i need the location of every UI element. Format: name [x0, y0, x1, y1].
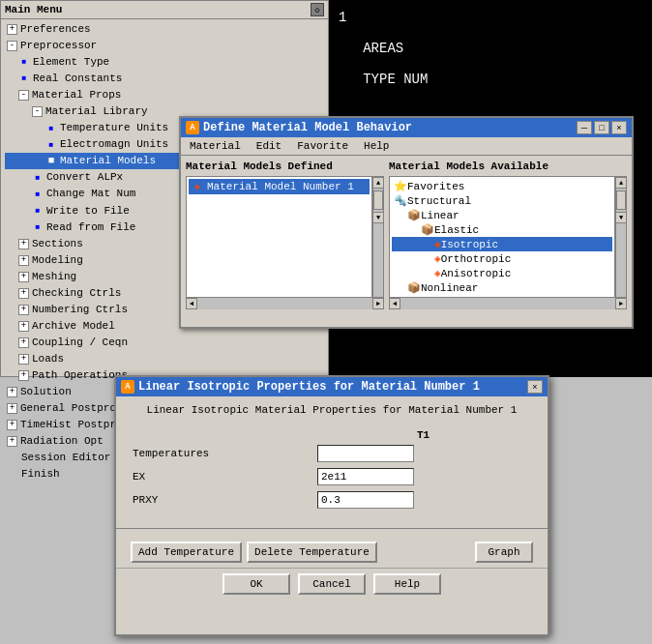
defined-scroll-thumb[interactable] — [373, 190, 383, 210]
model-item-1-icon: ◈ — [191, 180, 204, 193]
sidebar-item-material-props[interactable]: - Material Props — [5, 87, 324, 103]
ex-input[interactable] — [317, 468, 414, 485]
expand-icon-material-library: - — [32, 106, 43, 117]
sidebar-item-loads[interactable]: + Loads — [5, 351, 324, 367]
available-scrollbar-v[interactable]: ▲ ▼ — [615, 176, 627, 298]
convert-alpx-icon: ■ — [32, 172, 44, 184]
add-temperature-button[interactable]: Add Temperature — [131, 542, 242, 563]
main-menu-titlebar: Main Menu ◇ — [1, 1, 328, 19]
props-table: T1 Temperatures EX PRXY — [131, 427, 533, 512]
dialog-material-model: A Define Material Model Behavior ─ □ × M… — [179, 116, 634, 329]
linear-icon: 📦 — [407, 209, 421, 221]
orthotropic-icon: ◈ — [434, 252, 441, 265]
expand-icon-archive-model: + — [18, 321, 29, 332]
expand-icon-path-operations: + — [18, 370, 29, 381]
prxy-input[interactable] — [317, 491, 414, 509]
expand-icon-sections: + — [18, 239, 29, 249]
label-timehist-postpro: TimeHist Postpro — [20, 417, 123, 433]
main-menu-resize-icon[interactable]: ◇ — [311, 3, 324, 16]
label-material-props: Material Props — [32, 87, 121, 103]
separator — [116, 528, 548, 529]
expand-icon-coupling-ceqn: + — [18, 337, 29, 348]
dialog-linear-iso-title-container: A Linear Isotropic Properties for Materi… — [121, 380, 480, 394]
model-item-1[interactable]: ◈ Material Model Number 1 — [189, 179, 370, 194]
favorites-icon: ⭐ — [394, 180, 407, 192]
avail-item-structural[interactable]: 🔩 Structural — [392, 193, 612, 208]
dialog-linear-iso-title-icon: A — [121, 380, 134, 394]
avail-item-nonlinear[interactable]: 📦 Nonlinear — [392, 280, 612, 295]
dialog-title-icon: A — [186, 121, 199, 134]
label-convert-alpx: Convert ALPx — [46, 169, 123, 186]
avail-item-linear[interactable]: 📦 Linear — [392, 208, 612, 222]
available-scroll-left[interactable]: ◄ — [389, 298, 400, 309]
change-mat-num-icon: ■ — [32, 189, 44, 200]
defined-scroll-up[interactable]: ▲ — [372, 177, 384, 189]
dialog-linear-iso: A Linear Isotropic Properties for Materi… — [114, 375, 549, 636]
avail-label-nonlinear: Nonlinear — [421, 282, 478, 294]
avail-item-favorites[interactable]: ⭐ Favorites — [392, 179, 612, 193]
delete-temperature-button[interactable]: Delete Temperature — [247, 542, 377, 563]
expand-icon-loads: + — [18, 354, 29, 365]
defined-scrollbar-v[interactable]: ▲ ▼ — [372, 176, 384, 298]
label-write-to-file: Write to File — [46, 203, 130, 220]
label-sections: Sections — [32, 236, 83, 252]
dialog-linear-iso-close-button[interactable]: × — [527, 380, 543, 394]
terminal-line-5: TYPE NUM — [339, 72, 642, 87]
defined-scroll-down[interactable]: ▼ — [372, 212, 384, 223]
help-button[interactable]: Help — [373, 573, 441, 595]
temperatures-input[interactable] — [317, 445, 414, 462]
defined-scroll-left[interactable]: ◄ — [186, 298, 197, 309]
menu-item-edit[interactable]: Edit — [253, 139, 284, 153]
read-from-file-icon: ■ — [32, 221, 44, 233]
menu-item-favorite[interactable]: Favorite — [294, 139, 351, 153]
dialog-restore-button[interactable]: □ — [594, 121, 609, 134]
label-meshing: Meshing — [32, 269, 76, 285]
available-scroll-up[interactable]: ▲ — [615, 177, 627, 189]
label-change-mat-num: Change Mat Num — [46, 186, 135, 202]
ok-button[interactable]: OK — [222, 573, 290, 595]
sidebar-item-preferences[interactable]: + Preferences — [5, 21, 324, 38]
label-archive-model: Archive Model — [32, 318, 115, 335]
label-preprocessor: Preprocessor — [20, 38, 97, 54]
props-header-t1: T1 — [315, 429, 531, 441]
dialog-material-model-title: Define Material Model Behavior — [203, 121, 412, 134]
avail-item-orthotropic[interactable]: ◈ Orthotropic — [392, 251, 612, 266]
main-menu-title: Main Menu — [5, 4, 62, 15]
terminal-line-1: 1 — [339, 10, 642, 25]
label-preferences: Preferences — [20, 21, 91, 38]
dialog-material-model-titlebar: A Define Material Model Behavior ─ □ × — [181, 118, 632, 137]
avail-item-anisotropic[interactable]: ◈ Anisotropic — [392, 266, 612, 280]
available-scrollbar-h[interactable]: ◄ ► — [389, 298, 627, 309]
dialog-linear-iso-title: Linear Isotropic Properties for Material… — [138, 380, 480, 394]
avail-item-elastic[interactable]: 📦 Elastic — [392, 222, 612, 237]
avail-item-isotropic[interactable]: ◈ Isotropic — [392, 237, 612, 251]
session-editor-icon — [7, 453, 18, 464]
sidebar-item-real-constants[interactable]: ■ Real Constants — [5, 71, 324, 87]
dialog-material-content: Material Models Defined ◈ Material Model… — [181, 156, 632, 314]
label-checking-ctrls: Checking Ctrls — [32, 285, 121, 302]
write-to-file-icon: ■ — [32, 205, 44, 217]
label-general-postproc: General Postproc — [20, 400, 123, 417]
available-scroll-down[interactable]: ▼ — [615, 212, 627, 223]
graph-button[interactable]: Graph — [475, 542, 533, 563]
available-scroll-right[interactable]: ► — [615, 298, 627, 309]
defined-scroll-right[interactable]: ► — [372, 298, 384, 309]
sidebar-item-preprocessor[interactable]: - Preprocessor — [5, 38, 324, 54]
defined-scrollbar-h[interactable]: ◄ ► — [186, 298, 384, 309]
cancel-button[interactable]: Cancel — [298, 573, 366, 595]
dialog-linear-iso-titlebar: A Linear Isotropic Properties for Materi… — [116, 377, 548, 396]
model-item-1-label: Material Model Number 1 — [207, 181, 354, 192]
available-panel-header: Material Models Available — [389, 161, 627, 172]
sidebar-item-element-type[interactable]: ■ Element Type — [5, 54, 324, 71]
label-solution: Solution — [20, 384, 72, 400]
sidebar-item-coupling-ceqn[interactable]: + Coupling / Ceqn — [5, 335, 324, 351]
expand-icon-material-props: - — [18, 90, 29, 101]
label-ex: EX — [133, 466, 313, 487]
dialog-minimize-button[interactable]: ─ — [577, 121, 592, 134]
menu-item-help[interactable]: Help — [361, 139, 392, 153]
available-scroll-thumb[interactable] — [616, 190, 626, 210]
dialog-close-button[interactable]: × — [611, 121, 627, 134]
menu-item-material[interactable]: Material — [187, 139, 244, 153]
expand-icon-preferences: + — [7, 24, 17, 35]
avail-label-isotropic: Isotropic — [441, 239, 498, 250]
